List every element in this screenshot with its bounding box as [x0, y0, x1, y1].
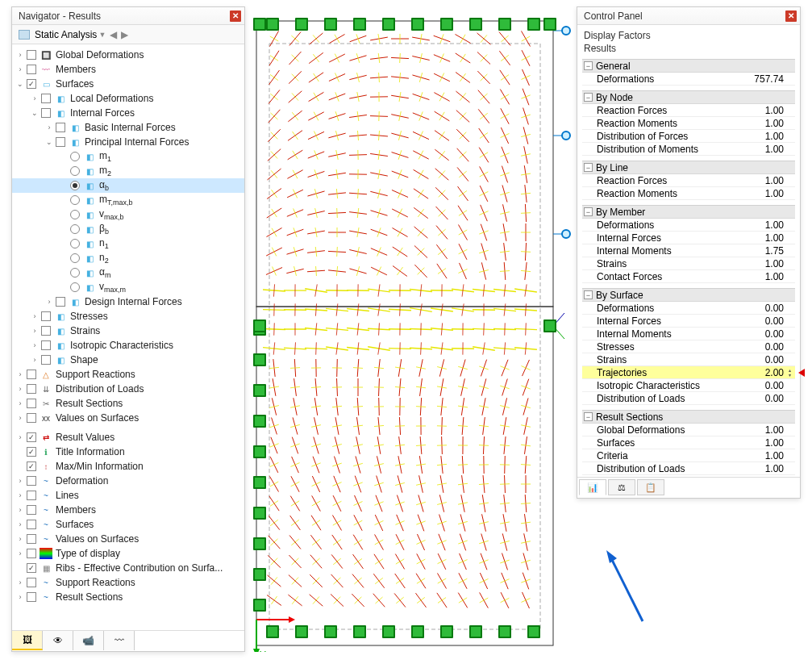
factor-value[interactable]: 1.00 [750, 131, 795, 142]
model-viewport[interactable]: Y [250, 6, 573, 652]
checkbox[interactable] [27, 549, 36, 558]
tree-item[interactable]: ›◧Isotropic Characteristics [12, 338, 244, 353]
tree-item[interactable]: ›⇊Distribution of Loads [12, 382, 244, 396]
radio-button[interactable] [70, 224, 80, 234]
factor-value[interactable]: 1.00 [750, 175, 795, 186]
tree-item[interactable]: ◧αm [12, 265, 244, 280]
tree-item[interactable]: ◧n2 [12, 251, 244, 265]
section-header[interactable]: −By Node [582, 90, 795, 104]
factor-value[interactable]: 1.00 [750, 258, 795, 269]
fe-node[interactable] [253, 353, 266, 366]
tree-item[interactable]: ◧m2 [12, 164, 244, 178]
tree-item[interactable]: ✓ℹTitle Information [12, 445, 244, 459]
factor-row[interactable]: Isotropic Characteristics0.00 [582, 379, 795, 392]
tree-item[interactable]: ›△Support Reactions [12, 367, 244, 382]
tree-item[interactable]: ◧αb [12, 178, 244, 193]
factor-value[interactable]: 1.00 [750, 188, 795, 199]
checkbox[interactable]: ✓ [27, 563, 36, 573]
factor-value[interactable]: 0.00 [750, 328, 795, 340]
fe-node[interactable] [382, 625, 395, 638]
checkbox[interactable] [27, 65, 36, 74]
cp-tab[interactable]: 📋 [637, 479, 664, 495]
factor-value[interactable]: 1.00 [750, 219, 795, 231]
factor-row[interactable]: Distribution of Loads1.00 [582, 462, 795, 475]
factor-row[interactable]: Deformations757.74 [582, 73, 795, 86]
radio-button[interactable] [70, 166, 80, 176]
cp-tab[interactable]: 📊 [579, 479, 606, 495]
support-icon[interactable] [561, 131, 571, 140]
control-panel-header[interactable]: Control Panel ✕ [577, 7, 800, 25]
factor-value[interactable]: 0.00 [750, 393, 795, 404]
tree-item[interactable]: ›xxValues on Surfaces [12, 411, 244, 425]
tree-item[interactable]: ›Type of display [12, 546, 244, 561]
factor-value[interactable]: 757.74 [750, 73, 795, 85]
expand-icon[interactable]: › [15, 385, 25, 393]
tree-item[interactable]: ◧βb [12, 222, 244, 236]
tree-item[interactable]: ◧mT,max,b [12, 193, 244, 207]
footer-tab[interactable]: 👁 [43, 631, 73, 650]
factor-row[interactable]: Contact Forces1.00 [582, 270, 795, 283]
footer-tab[interactable]: 〰 [104, 631, 135, 650]
chevron-down-icon[interactable]: ▼ [98, 31, 106, 39]
factor-value[interactable]: 1.00 [750, 105, 795, 116]
tree-item[interactable]: ◧vmax,b [12, 207, 244, 222]
fe-node[interactable] [498, 18, 511, 31]
factor-row[interactable]: Internal Moments1.75 [582, 244, 795, 257]
checkbox[interactable] [27, 50, 36, 60]
tree-item[interactable]: ›~Members [12, 503, 244, 517]
checkbox[interactable] [27, 534, 36, 544]
tree-item[interactable]: ✓▦Ribs - Effective Contribution on Surfa… [12, 561, 244, 575]
tree-item[interactable]: ›✂Result Sections [12, 396, 244, 411]
tree-item[interactable]: ›◧Basic Internal Forces [12, 120, 244, 135]
checkbox[interactable] [41, 355, 51, 365]
tree-item[interactable]: ›~Values on Surfaces [12, 532, 244, 546]
checkbox[interactable] [56, 123, 65, 132]
factor-row[interactable]: Deformations0.00 [582, 302, 795, 315]
factor-value[interactable]: 1.00 [750, 232, 795, 244]
section-header[interactable]: −Result Sections [582, 410, 795, 424]
factor-value[interactable]: 1.00 [750, 450, 795, 461]
collapse-icon[interactable]: − [584, 93, 593, 102]
factor-value[interactable]: 1.00 [750, 271, 795, 282]
tree-item[interactable]: ›〰Members [12, 62, 244, 77]
factor-row[interactable]: Internal Forces1.00 [582, 232, 795, 244]
tree-item[interactable]: ›◧Design Internal Forces [12, 294, 244, 309]
navigator-header[interactable]: Navigator - Results ✕ [12, 7, 244, 25]
expand-icon[interactable]: › [15, 65, 25, 73]
radio-button[interactable] [70, 239, 80, 248]
fe-node[interactable] [411, 625, 424, 638]
tree-item[interactable]: ›◧Strains [12, 324, 244, 338]
checkbox[interactable] [27, 578, 36, 587]
checkbox[interactable]: ✓ [27, 432, 36, 442]
factor-row[interactable]: Distribution of Loads0.00 [582, 392, 795, 405]
analysis-dropdown[interactable]: Static Analysis ▼ ◀ ▶ [12, 25, 244, 44]
factor-row[interactable]: Distribution of Moments1.00 [582, 143, 795, 156]
factor-value[interactable]: 1.00 [750, 118, 795, 129]
fe-node[interactable] [382, 18, 395, 31]
expand-icon[interactable]: › [15, 520, 25, 528]
footer-tab[interactable]: 📹 [73, 631, 104, 650]
close-icon[interactable]: ✕ [785, 10, 797, 22]
factor-value[interactable]: 1.00 [750, 424, 795, 436]
factor-value[interactable]: 0.00 [750, 303, 795, 314]
fe-node[interactable] [295, 18, 308, 31]
fe-node[interactable] [253, 507, 266, 520]
collapse-icon[interactable]: − [584, 207, 593, 216]
tree-item[interactable]: ›🔲Global Deformations [12, 48, 244, 62]
fe-node[interactable] [253, 319, 266, 332]
factor-row[interactable]: Deformations1.00 [582, 219, 795, 232]
expand-icon[interactable]: › [15, 51, 25, 59]
fe-node[interactable] [253, 537, 266, 550]
tree-item[interactable]: ›◧Stresses [12, 309, 244, 324]
expand-icon[interactable]: › [30, 94, 40, 102]
fe-node[interactable] [469, 625, 482, 638]
support-icon[interactable] [561, 229, 571, 239]
expand-icon[interactable]: › [44, 123, 54, 132]
fe-node[interactable] [324, 625, 337, 638]
cp-tab[interactable]: ⚖ [608, 479, 635, 495]
tree-item[interactable]: ◧n1 [12, 236, 244, 251]
factor-row[interactable]: Reaction Moments1.00 [582, 117, 795, 130]
factor-row[interactable]: Internal Moments0.00 [582, 328, 795, 340]
factor-row[interactable]: Distribution of Forces1.00 [582, 130, 795, 143]
factor-row[interactable]: Reaction Moments1.00 [582, 187, 795, 200]
